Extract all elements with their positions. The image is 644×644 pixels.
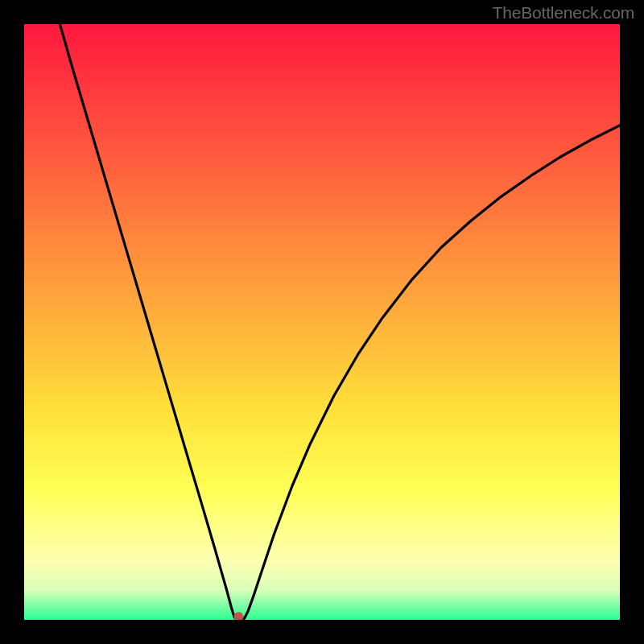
- chart-container: [24, 24, 620, 620]
- bottleneck-chart: [24, 24, 620, 620]
- gradient-background: [24, 24, 620, 620]
- watermark-text: TheBottleneck.com: [493, 3, 634, 23]
